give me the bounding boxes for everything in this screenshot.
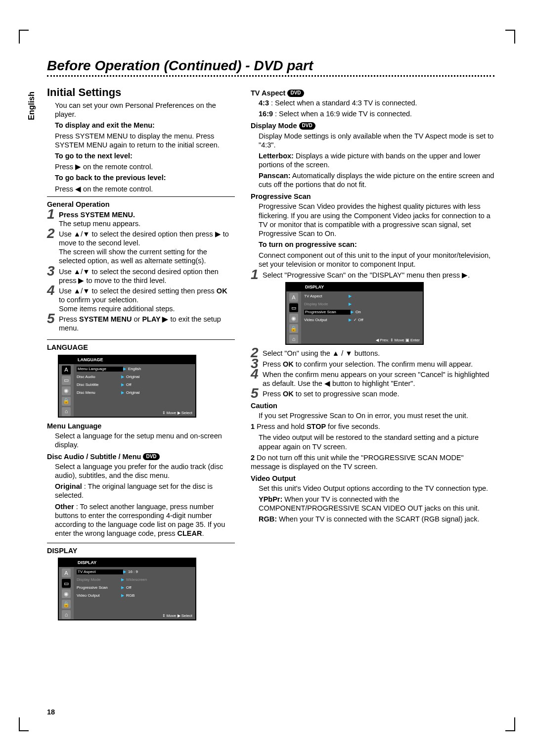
c1b: Press and hold (257, 423, 307, 430)
next-level-body: Press ▶ on the remote control. (55, 162, 235, 171)
dispmode-head: Display Mode (251, 122, 297, 130)
osd-row: Video Output▶✓ Off (304, 316, 421, 324)
pstep3b: to confirm your selection. The confirm m… (294, 360, 473, 368)
osd-row: Disc Audio▶Original (77, 373, 193, 381)
disc-asm-clear: CLEAR (177, 529, 202, 537)
disc-asm-orig-l: Original (55, 482, 82, 490)
osd-tab-others-icon: ⌂ (62, 407, 71, 416)
panscan-l: Panscan: (259, 172, 290, 180)
osd-display-title: DISPLAY (59, 559, 195, 567)
c1stop: STOP (307, 423, 326, 430)
menu-language-body: Select a language for the setup menu and… (55, 431, 235, 449)
osd-language: LANGUAGE A ▭ ◉ 🔒 ⌂ Menu Language▶English… (58, 355, 196, 418)
page-number: 18 (47, 708, 55, 716)
display-head: DISPLAY (47, 546, 235, 555)
pstep2: Select "On" using the ▲ / ▼ buttons. (263, 349, 380, 357)
dvd-badge: DVD (299, 122, 315, 130)
osd-tab-display-icon: ▭ (62, 376, 71, 385)
osd-tab-lock-icon: 🔒 (289, 324, 298, 333)
page-title: Before Operation (Continued) - DVD part (47, 57, 494, 74)
pstep5a: Press (263, 390, 283, 398)
step1-head: Press SYSTEM MENU. (59, 211, 135, 219)
osd-tab-audio-icon: ◉ (289, 314, 298, 323)
prev-level-head: To go back to the previous level: (55, 174, 166, 182)
ypbpr-l: YPbPr: (259, 495, 282, 503)
dispmode-1: Display Mode settings is only available … (259, 132, 494, 149)
caution-1: If you set Progressive Scan to On in err… (259, 411, 494, 420)
panscan: Automatically displays the wide picture … (259, 172, 494, 189)
step4a: Use ▲/▼ to select the desired setting th… (59, 287, 217, 295)
tvaspect-169l: 16:9 (259, 110, 273, 118)
osd-row: Progressive Scan▶Off (77, 584, 193, 592)
tvaspect-43l: 4:3 (259, 99, 269, 107)
c1c: for five seconds. (326, 423, 380, 430)
osd-tab-language-icon: A (289, 293, 298, 302)
dotted-rule (47, 75, 494, 77)
ypbpr: When your TV is connected with the COMPO… (259, 495, 480, 512)
prog-1: Progressive Scan Video provides the high… (259, 202, 494, 238)
step5-system-menu: SYSTEM MENU (79, 315, 132, 323)
osd-row: Menu Language▶English (77, 365, 193, 373)
display-exit-body: Press SYSTEM MENU to display the menu. P… (55, 132, 235, 149)
prev-level-body: Press ◀ on the remote control. (55, 185, 235, 193)
osd-display2-title: DISPLAY (286, 283, 423, 291)
step5or: or (132, 315, 142, 323)
disc-asm-head: Disc Audio / Subtitle / Menu (47, 453, 141, 461)
pstep4: When the confirm menu appears on your sc… (263, 371, 489, 387)
osd-tab-display-icon: ▭ (62, 579, 71, 588)
step1-body: The setup menu appears. (59, 220, 140, 228)
osd-row: Video Output▶RGB (77, 592, 193, 600)
osd-display-progressive: DISPLAY A ▭ ◉ 🔒 ⌂ TV Aspect▶Display Mode… (285, 282, 424, 345)
intro-text: You can set your own Personal Preference… (55, 101, 235, 119)
osd-tab-audio-icon: ◉ (62, 589, 71, 598)
display-exit-head: To display and exit the Menu: (55, 121, 155, 129)
prog-turnon-body: Connect component out of this unit to th… (259, 251, 494, 269)
disc-asm-1: Select a language you prefer for the aud… (55, 462, 235, 480)
osd-tab-lock-icon: 🔒 (62, 397, 71, 406)
osd-tab-lock-icon: 🔒 (62, 600, 71, 609)
disc-asm-other-l: Other (55, 503, 74, 511)
rgb-l: RGB: (259, 515, 277, 523)
vout-head: Video Output (251, 474, 494, 483)
osd-display2-foot: ◀ Prev. ⇕ Move ▣ Enter (376, 338, 420, 342)
step2b: The screen will show the current setting… (59, 248, 207, 265)
step2: Use ▲/▼ to select the desired option the… (59, 230, 229, 247)
osd-row: Disc Menu▶Original (77, 389, 193, 397)
osd-row: Disc Subtitle▶Off (77, 381, 193, 389)
section-initial-settings: Initial Settings (47, 86, 235, 99)
c2b: Do not turn off this unit while the "PRO… (251, 454, 464, 471)
general-operation-head: General Operation (47, 200, 235, 209)
step4-ok: OK (217, 287, 227, 295)
prog-head: Progressive Scan (251, 192, 494, 201)
dvd-badge: DVD (287, 90, 304, 97)
vout-1: Set this unit's Video Output options acc… (259, 484, 494, 493)
osd-row: TV Aspect▶ (304, 292, 421, 300)
letterbox-l: Letterbox: (259, 152, 294, 160)
menu-language-head: Menu Language (47, 422, 235, 430)
pstep5b: to set to progressive scan mode. (294, 390, 400, 398)
step5a: Press (59, 315, 79, 323)
osd-tab-others-icon: ⌂ (289, 334, 298, 343)
osd-display-foot: ⇕ Move ▶ Select (162, 614, 192, 618)
language-head: LANGUAGE (47, 343, 235, 352)
osd-tab-others-icon: ⌂ (62, 610, 71, 619)
osd-language-foot: ⇕ Move ▶ Select (162, 411, 192, 415)
step3: Use ▲/▼ to select the second desired opt… (59, 268, 219, 284)
osd-tab-display-icon: ▭ (289, 303, 298, 312)
osd-row: Display Mode▶ (304, 300, 421, 308)
osd-tab-audio-icon: ◉ (62, 386, 71, 395)
tvaspect-head: TV Aspect (251, 89, 285, 97)
c2a: 2 (251, 454, 255, 462)
c1a: 1 (251, 423, 255, 430)
tvaspect-169: : Select when a 16:9 wide TV is connecte… (273, 110, 412, 118)
tvaspect-43: : Select when a standard 4:3 TV is conne… (269, 99, 417, 107)
step5-play: PLAY ▶ (142, 315, 168, 323)
caution-head: Caution (251, 401, 494, 410)
c1d: The video output will be restored to the… (259, 433, 494, 451)
osd-tab-language-icon: A (62, 366, 71, 375)
osd-language-title: LANGUAGE (59, 356, 195, 364)
step4c: Some items require additional steps. (59, 305, 175, 313)
dvd-badge: DVD (143, 453, 159, 461)
next-level-head: To go to the next level: (55, 152, 133, 160)
osd-row: Progressive Scan▶On (304, 308, 421, 316)
